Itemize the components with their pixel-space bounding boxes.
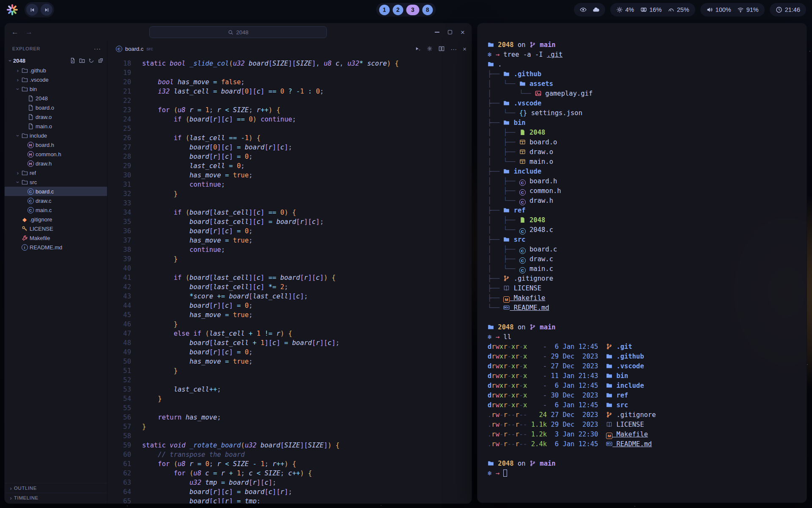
terminal-line: ❄ → tree -a -I .git: [488, 50, 796, 60]
wifi-icon: [737, 6, 744, 13]
chevron-right-icon: ›: [8, 485, 14, 491]
maximize-button[interactable]: [448, 30, 452, 34]
workspace-2[interactable]: 2: [393, 5, 403, 15]
audio-network[interactable]: 100% 91%: [700, 3, 765, 17]
explorer-item-src[interactable]: ›src: [5, 177, 107, 187]
explorer-item-board.o[interactable]: ›board.o: [5, 103, 107, 112]
workspace-1[interactable]: 1: [379, 5, 390, 15]
terminal-line: ├── include: [488, 167, 796, 177]
weather-widget[interactable]: [574, 3, 605, 17]
split-editor-icon[interactable]: [439, 46, 444, 52]
explorer-sidebar: EXPLORER ··· › 2048 ›.github›.vscode›bin…: [5, 41, 107, 504]
explorer-item-board.h[interactable]: ›Hboard.h: [5, 140, 107, 149]
explorer-item-include[interactable]: ›include: [5, 131, 107, 140]
chevron-right-icon: ›: [15, 67, 21, 74]
folder-icon: [21, 179, 28, 185]
explorer-item-ref[interactable]: ›ref: [5, 168, 107, 177]
explorer-root-label: 2048: [13, 58, 25, 64]
code-line: 54 }: [110, 394, 472, 403]
desktop: 1238 4% 16% 25% 100% 91% 21:46 ←: [0, 0, 812, 508]
folder-icon: [21, 170, 28, 176]
terminal-line: drwxr-xr-x - 30 Dec 2023 ref: [488, 391, 796, 400]
workspace-3[interactable]: 3: [406, 5, 420, 15]
explorer-item-main.o[interactable]: ›main.o: [5, 121, 107, 131]
forward-button[interactable]: →: [25, 28, 33, 36]
close-button[interactable]: ×: [461, 29, 465, 36]
code-line: 22: [110, 96, 472, 105]
explorer-item-draw.o[interactable]: ›draw.o: [5, 112, 107, 121]
command-center-search[interactable]: 2048: [149, 26, 327, 38]
code-line: 55: [110, 403, 472, 413]
code-line: 24 if (board[r][c] == 0) continue;: [110, 115, 472, 124]
badge-h-icon: H: [27, 142, 34, 148]
workspace-8[interactable]: 8: [422, 5, 433, 15]
explorer-item-.vscode[interactable]: ›.vscode: [5, 75, 107, 84]
terminal-line: │ ├── draw.o: [488, 147, 796, 157]
explorer-item-.github[interactable]: ›.github: [5, 66, 107, 75]
terminal-line: │ └── gameplay.gif: [488, 89, 796, 99]
badge-c-icon: C: [27, 188, 34, 195]
code-line: 65 board[c][r] = tmp;: [110, 497, 472, 504]
terminal-line: │ └── C draw.h: [488, 196, 796, 206]
explorer-more-icon[interactable]: ···: [94, 45, 101, 52]
explorer-item-draw.h[interactable]: ›Hdraw.h: [5, 159, 107, 168]
code-line: 34 if (board[last_cell][c] == 0) {: [110, 208, 472, 217]
terminal-line: │ └── main.o: [488, 157, 796, 167]
explorer-root[interactable]: › 2048: [5, 55, 107, 66]
launcher-icon[interactable]: [6, 3, 19, 16]
code-line: 41 if (board[last_cell][c] == board[r][c…: [110, 273, 472, 282]
terminal-line: .rw-r--r-- 1.1k 29 Dec 2023 LICENSE: [488, 420, 796, 430]
terminal-window[interactable]: 2048 on main❄ → tree -a -I .git .├── .gi…: [477, 23, 807, 503]
explorer-item-.gitignore[interactable]: ›◆.gitignore: [5, 215, 107, 224]
explorer-item-draw.c[interactable]: ›Cdraw.c: [5, 196, 107, 205]
eye-icon: [580, 6, 587, 13]
explorer-item-common.h[interactable]: ›Hcommon.h: [5, 149, 107, 159]
code-line: 31 continue;: [110, 180, 472, 189]
explorer-item-README.md[interactable]: ›iREADME.md: [5, 243, 107, 252]
badge-c-icon: C: [27, 207, 34, 213]
terminal-line: ├── .github: [488, 69, 796, 79]
more-actions-icon[interactable]: ···: [450, 45, 457, 52]
terminal-line: [488, 449, 796, 459]
settings-gear-icon[interactable]: [427, 46, 433, 52]
explorer-item-Makefile[interactable]: ›Makefile: [5, 233, 107, 243]
c-file-icon: C: [116, 46, 122, 52]
back-button[interactable]: ←: [11, 28, 19, 36]
ram-icon: [640, 6, 647, 13]
explorer-item-2048[interactable]: ›2048: [5, 94, 107, 103]
refresh-icon[interactable]: [88, 58, 94, 64]
terminal-line: ├── bin: [488, 118, 796, 128]
explorer-item-LICENSE[interactable]: ›LICENSE: [5, 224, 107, 233]
code-line: 33: [110, 199, 472, 208]
new-folder-icon[interactable]: [79, 58, 85, 64]
code-line: 32 }: [110, 189, 472, 199]
chevron-down-icon: ›: [15, 133, 21, 138]
minimize-button[interactable]: [435, 32, 439, 33]
disk-gauge-icon: [668, 6, 675, 13]
close-editor-icon[interactable]: ×: [463, 45, 466, 52]
run-file-button[interactable]: [415, 46, 421, 52]
outline-section[interactable]: ›OUTLINE: [5, 483, 107, 493]
terminal-line: drwxr-xr-x - 6 Jan 12:45 include: [488, 381, 796, 391]
code-editor[interactable]: 18static bool _slide_col(u32 board[SIZE]…: [107, 56, 472, 504]
folder-icon: [21, 67, 28, 74]
explorer-item-bin[interactable]: ›bin: [5, 84, 107, 94]
tab-directory-hint: src: [146, 46, 153, 51]
media-prev-button[interactable]: [26, 4, 38, 16]
terminal-line: [488, 313, 796, 323]
terminal-line: ❄ →: [488, 469, 796, 478]
badge-h-icon: H: [27, 151, 34, 157]
system-stats[interactable]: 4% 16% 25%: [610, 3, 695, 17]
timeline-section[interactable]: ›TIMELINE: [5, 493, 107, 502]
explorer-item-board.c[interactable]: ›Cboard.c: [5, 187, 107, 196]
terminal-line: drwxr-xr-x - 6 Jan 12:45 src: [488, 400, 796, 410]
terminal-line: .rw-r--r-- 1.2k 3 Jan 22:30 M Makefile: [488, 430, 796, 439]
explorer-item-main.c[interactable]: ›Cmain.c: [5, 205, 107, 215]
collapse-all-icon[interactable]: [98, 58, 104, 64]
media-next-button[interactable]: [41, 4, 52, 16]
new-file-icon[interactable]: [70, 58, 76, 64]
code-line: 36 board[r][c] = 0;: [110, 226, 472, 236]
code-line: 18static bool _slide_col(u32 board[SIZE]…: [110, 59, 472, 68]
tab-board-c[interactable]: C board.c src: [112, 41, 157, 56]
clock-widget[interactable]: 21:46: [770, 3, 806, 17]
